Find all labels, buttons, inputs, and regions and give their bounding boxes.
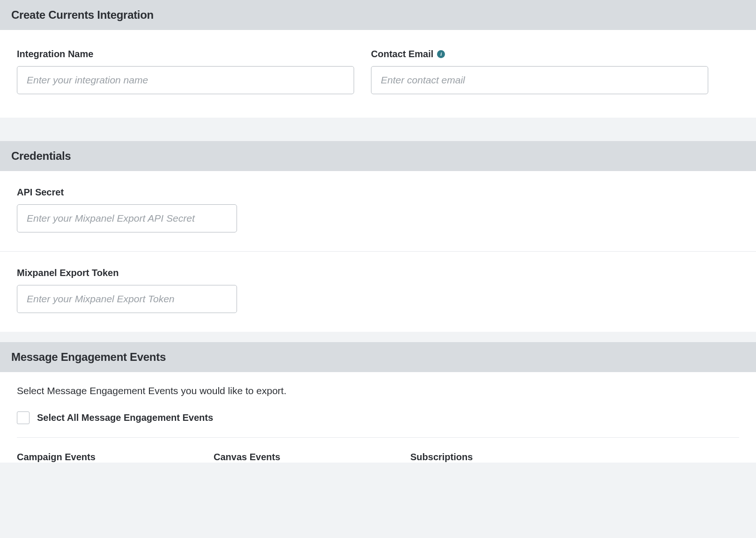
subscriptions-column: Subscriptions [410,452,607,463]
contact-email-input[interactable] [371,66,708,94]
select-all-label: Select All Message Engagement Events [37,412,213,423]
export-token-group: Mixpanel Export Token [17,268,237,313]
create-integration-title: Create Currents Integration [11,8,745,22]
campaign-events-title: Campaign Events [17,452,195,463]
canvas-events-title: Canvas Events [214,452,392,463]
events-header: Message Engagement Events [0,342,756,372]
events-title: Message Engagement Events [11,351,745,364]
api-secret-group: API Secret [17,187,237,232]
create-integration-form-row: Integration Name Contact Email i [17,49,739,94]
select-all-checkbox[interactable] [17,411,30,424]
select-all-row: Select All Message Engagement Events [17,411,739,438]
api-secret-field: API Secret [0,171,756,252]
export-token-label-row: Mixpanel Export Token [17,268,237,278]
info-icon[interactable]: i [437,50,445,58]
create-integration-body: Integration Name Contact Email i [0,30,756,118]
export-token-input[interactable] [17,285,237,313]
export-token-field: Mixpanel Export Token [0,252,756,332]
contact-email-group: Contact Email i [371,49,708,94]
events-instructions: Select Message Engagement Events you wou… [17,385,739,396]
integration-name-input[interactable] [17,66,354,94]
contact-email-label: Contact Email [371,49,433,60]
section-gap [0,118,756,141]
campaign-events-column: Campaign Events [17,452,214,463]
integration-name-label-row: Integration Name [17,49,354,60]
subscriptions-title: Subscriptions [410,452,588,463]
credentials-body: API Secret Mixpanel Export Token [0,171,756,332]
events-body: Select Message Engagement Events you wou… [0,372,756,463]
api-secret-label: API Secret [17,187,64,198]
integration-name-label: Integration Name [17,49,93,60]
contact-email-label-row: Contact Email i [371,49,708,60]
credentials-title: Credentials [11,149,745,163]
credentials-header: Credentials [0,141,756,171]
section-gap [0,332,756,342]
api-secret-input[interactable] [17,204,237,232]
canvas-events-column: Canvas Events [214,452,410,463]
api-secret-label-row: API Secret [17,187,237,198]
integration-name-group: Integration Name [17,49,354,94]
event-columns: Campaign Events Canvas Events Subscripti… [17,438,739,463]
create-integration-header: Create Currents Integration [0,0,756,30]
export-token-label: Mixpanel Export Token [17,268,119,278]
